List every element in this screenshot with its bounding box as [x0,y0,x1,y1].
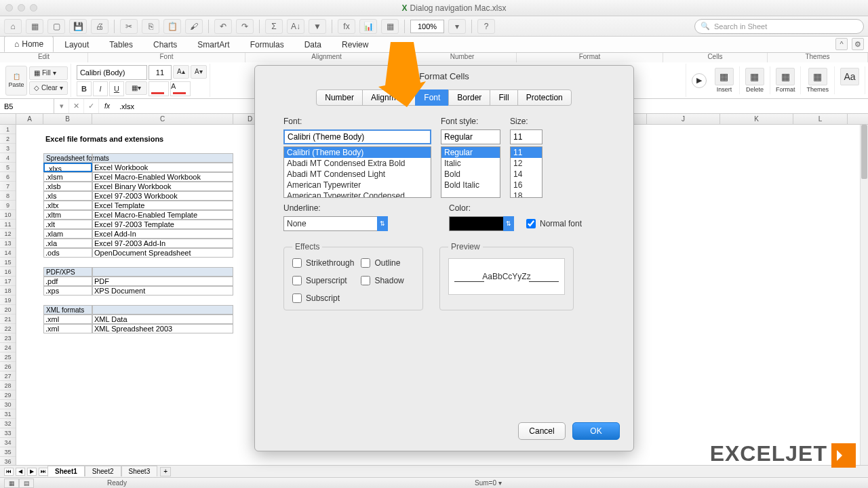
list-item[interactable]: 18 [511,190,542,198]
undo-icon[interactable]: ↶ [214,19,232,34]
home-icon[interactable]: ⌂ [4,19,22,34]
chart-icon[interactable]: 📊 [359,19,377,34]
cell[interactable]: PDF [92,277,233,286]
tab-home[interactable]: ⌂Home [4,36,54,52]
color-select[interactable]: ⇅ [449,216,514,231]
gear-icon[interactable]: ⚙ [852,38,864,50]
dialog-tab-protection[interactable]: Protection [517,89,572,106]
normal-font-checkbox[interactable]: Normal font [526,216,582,231]
dialog-tab-alignment[interactable]: Alignment [362,89,416,106]
tab-review[interactable]: Review [332,37,378,52]
cell[interactable]: Excel Add-In [92,229,233,239]
help-icon[interactable]: ? [477,19,495,34]
cell[interactable]: Excel file formats and extensions [43,134,233,144]
list-item[interactable]: American Typewriter Condensed [284,190,431,198]
cell[interactable]: XML formats [43,305,233,314]
search-input[interactable]: Search in Sheet [694,19,864,34]
cell[interactable]: XPS Document [92,286,233,296]
cell[interactable]: .xlam [43,229,92,239]
fx-icon[interactable]: fx [338,19,355,34]
cell[interactable]: .xltx [43,201,92,210]
paste-icon[interactable]: 📋 [163,19,181,34]
sheet-tab-2[interactable]: Sheet2 [85,466,121,476]
strikethrough-checkbox[interactable]: Strikethrough [292,258,354,268]
cell[interactable]: PDF/XPS [43,267,233,277]
cell[interactable]: Excel Binary Workbook [92,182,233,191]
formula-input[interactable]: .xlsx [115,102,138,110]
select-all-corner[interactable] [0,114,16,124]
tab-formulas[interactable]: Formulas [241,37,294,52]
cell[interactable]: .xlxs [43,163,92,172]
cell[interactable]: .xps [43,286,92,296]
cell[interactable]: Excel Macro-Enabled Workbook [92,172,233,182]
layout-view-icon[interactable]: ▤ [19,479,34,488]
sort-icon[interactable]: A↓ [287,19,304,34]
border-button[interactable]: ▦▾ [125,81,147,95]
font-name-select[interactable] [77,65,147,80]
shadow-checkbox[interactable]: Shadow [361,276,414,285]
increase-font-icon[interactable]: A▴ [173,65,189,79]
underline-button[interactable]: U [109,81,124,96]
accept-formula-icon[interactable]: ✓ [84,99,99,113]
cell[interactable]: Excel 97-2003 Template [92,220,233,229]
dialog-tab-font[interactable]: Font [415,89,449,106]
text-color-button[interactable]: A [170,81,191,96]
first-sheet-icon[interactable]: ⏮ [4,468,14,476]
print-icon[interactable]: 🖨 [91,19,108,34]
row-headers[interactable]: 1234567891011121314151617181920212223242… [0,125,16,465]
font-list[interactable]: Calibri (Theme Body)Abadi MT Condensed E… [283,146,431,198]
outline-checkbox[interactable]: Outline [361,258,414,268]
vertical-scrollbar[interactable] [860,125,868,465]
list-item[interactable]: Italic [441,158,500,169]
size-list[interactable]: 1112141618 [510,146,542,198]
autosum-icon[interactable]: Σ [265,19,283,34]
cell[interactable]: .xls [43,191,92,201]
cell[interactable]: Excel Workbook [92,163,233,172]
cell[interactable]: .xltm [43,210,92,220]
bold-button[interactable]: B [77,81,92,96]
cell[interactable]: .xla [43,239,92,248]
style-list[interactable]: RegularItalicBoldBold Italic [441,146,500,198]
copy-icon[interactable]: ⎘ [142,19,159,34]
subscript-checkbox[interactable]: Subscript [292,293,354,303]
tab-smartart[interactable]: SmartArt [188,37,239,52]
cell[interactable]: .xlt [43,220,92,229]
font-input[interactable] [283,129,431,144]
list-item[interactable]: 16 [511,180,542,190]
status-sum[interactable]: Sum=0 ▾ [475,479,502,487]
decrease-font-icon[interactable]: A▾ [191,65,207,79]
collapse-icon[interactable]: ^ [835,38,848,50]
style-input[interactable] [441,129,500,144]
redo-icon[interactable]: ↷ [236,19,254,34]
filter-icon[interactable]: ▼ [309,19,326,34]
cut-icon[interactable]: ✂ [120,19,138,34]
list-item[interactable]: American Typewriter [284,180,431,190]
cell[interactable]: .xml [43,324,92,333]
cancel-button[interactable]: Cancel [518,422,566,440]
list-item[interactable]: 11 [511,147,542,158]
zoom-dropdown-icon[interactable]: ▾ [448,19,466,34]
file-icon[interactable]: ▦ [26,19,43,34]
format-painter-icon[interactable]: 🖌 [185,19,203,34]
dialog-tab-number[interactable]: Number [316,89,363,106]
namebox-dropdown-icon[interactable]: ▾ [54,99,69,113]
fill-button[interactable]: ▦Fill▾ [29,66,68,80]
tab-data[interactable]: Data [295,37,331,52]
size-input[interactable] [510,129,542,144]
sheet-tab-3[interactable]: Sheet3 [121,466,158,476]
format-button[interactable]: ▦Format [770,66,802,94]
next-sheet-icon[interactable]: ▶ [27,468,37,476]
cell[interactable]: XML Data [92,314,233,324]
list-item[interactable]: Abadi MT Condensed Extra Bold [284,158,431,169]
ok-button[interactable]: OK [572,422,620,440]
italic-button[interactable]: I [93,81,108,96]
cell[interactable]: Spreadsheet formats [43,153,233,163]
save-icon[interactable]: 💾 [69,19,87,34]
list-item[interactable]: 14 [511,169,542,180]
traffic-lights[interactable] [5,4,37,12]
zoom-input[interactable]: 100% [410,20,444,33]
cell[interactable]: .xlsb [43,182,92,191]
cell[interactable]: Excel Template [92,201,233,210]
cell[interactable]: .xlsm [43,172,92,182]
tab-charts[interactable]: Charts [144,37,186,52]
